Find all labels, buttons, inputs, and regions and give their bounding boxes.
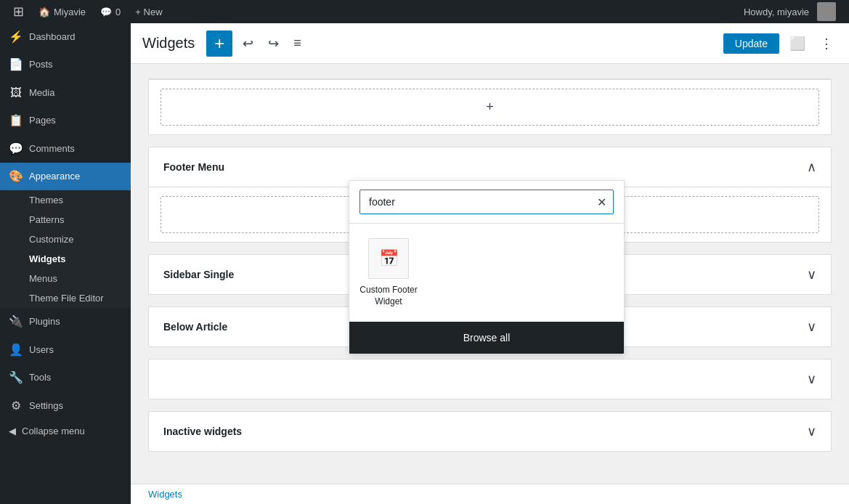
users-label: Users — [29, 344, 54, 357]
howdy-text: Howdy, miyavie — [744, 7, 809, 17]
wp-logo[interactable]: ⊞ — [6, 0, 31, 23]
search-input-wrap: ✕ — [349, 181, 624, 224]
add-block-above-btn[interactable]: + — [161, 89, 819, 126]
media-icon: 🖼 — [9, 85, 23, 101]
breadcrumb[interactable]: Widgets — [131, 484, 849, 504]
page-title: Widgets — [142, 35, 195, 52]
tools-icon: 🔧 — [9, 370, 23, 386]
pages-icon: 📋 — [9, 113, 23, 129]
sidebar-item-users[interactable]: 👤 Users — [0, 336, 131, 364]
comments-nav-label: Comments — [29, 142, 75, 155]
theme-file-editor-label: Theme File Editor — [29, 293, 104, 304]
footer-menu-title: Footer Menu — [163, 161, 224, 173]
plugins-label: Plugins — [29, 315, 60, 328]
home-icon: 🏠 — [38, 7, 50, 17]
submenu-theme-file-editor[interactable]: Theme File Editor — [0, 288, 131, 308]
update-button[interactable]: Update — [723, 33, 779, 54]
sidebar-collapse-button[interactable]: ◀ Collapse menu — [0, 420, 131, 442]
posts-icon: 📄 — [9, 57, 23, 73]
themes-label: Themes — [29, 195, 63, 206]
new-label: + New — [135, 7, 162, 17]
search-input[interactable] — [359, 190, 614, 214]
collapse-label: Collapse menu — [22, 426, 85, 436]
calendar-icon: 📅 — [379, 249, 399, 268]
submenu-menus[interactable]: Menus — [0, 269, 131, 288]
site-name-link[interactable]: 🏠 Miyavie — [31, 0, 93, 23]
customize-label: Customize — [29, 234, 73, 245]
site-name-label: Miyavie — [54, 7, 86, 17]
footer-menu-chevron-up: ∧ — [807, 159, 816, 175]
widget-section-extra: ∨ — [148, 359, 832, 399]
widgets-content[interactable]: + Footer Menu ∧ + Sidebar Single ∨ — [131, 64, 849, 484]
content-area: Widgets + ↩ ↪ ≡ Update ⬜ ⋮ + Footer Men — [131, 23, 849, 504]
sidebar-item-appearance[interactable]: 🎨 Appearance — [0, 163, 131, 190]
breadcrumb-label: Widgets — [148, 489, 182, 500]
widgets-sidebar-label: Widgets — [29, 253, 65, 264]
below-article-title: Below Article — [163, 321, 227, 333]
sidebar-item-plugins[interactable]: 🔌 Plugins — [0, 308, 131, 336]
settings-icon: ⚙ — [9, 398, 23, 414]
media-label: Media — [29, 86, 54, 99]
below-article-chevron: ∨ — [807, 319, 816, 335]
dashboard-label: Dashboard — [29, 31, 76, 44]
sidebar-toggle-button[interactable]: ⬜ — [785, 31, 810, 56]
posts-label: Posts — [29, 58, 53, 71]
search-popup: ✕ 📅 Custom Footer Widget Browse all — [349, 180, 625, 354]
sidebar-single-title: Sidebar Single — [163, 269, 234, 280]
widget-section-inactive: Inactive widgets ∨ — [148, 411, 832, 452]
sidebar-item-tools[interactable]: 🔧 Tools — [0, 364, 131, 391]
inactive-header[interactable]: Inactive widgets ∨ — [149, 412, 831, 451]
collapse-icon: ◀ — [9, 426, 16, 436]
search-results: 📅 Custom Footer Widget — [349, 224, 624, 322]
dashboard-icon: ⚡ — [9, 29, 23, 45]
more-options-button[interactable]: ⋮ — [816, 31, 837, 56]
extra-chevron: ∨ — [807, 371, 816, 387]
patterns-label: Patterns — [29, 214, 64, 225]
submenu-themes[interactable]: Themes — [0, 190, 131, 210]
menus-label: Menus — [29, 273, 57, 284]
tools-label: Tools — [29, 371, 51, 384]
redo-button[interactable]: ↪ — [264, 31, 283, 56]
custom-footer-icon: 📅 — [368, 238, 409, 279]
sidebar-item-settings[interactable]: ⚙ Settings — [0, 392, 131, 420]
sidebar-item-media[interactable]: 🖼 Media — [0, 79, 131, 107]
pages-label: Pages — [29, 114, 56, 127]
main-layout: ⚡ Dashboard 📄 Posts 🖼 Media 📋 Pages 💬 Co… — [0, 23, 849, 504]
search-clear-button[interactable]: ✕ — [596, 194, 608, 211]
comments-nav-icon: 💬 — [9, 141, 23, 157]
users-icon: 👤 — [9, 342, 23, 358]
widgets-header: Widgets + ↩ ↪ ≡ Update ⬜ ⋮ — [131, 23, 849, 64]
browse-all-button[interactable]: Browse all — [349, 322, 624, 354]
search-input-wrapper: ✕ — [359, 190, 614, 214]
comments-count: 0 — [115, 7, 121, 17]
settings-label: Settings — [29, 399, 63, 412]
submenu-widgets[interactable]: Widgets — [0, 249, 131, 269]
inactive-title: Inactive widgets — [163, 426, 242, 437]
sidebar-item-comments[interactable]: 💬 Comments — [0, 135, 131, 163]
sidebar-item-pages[interactable]: 📋 Pages — [0, 107, 131, 134]
add-block-button[interactable]: + — [206, 31, 232, 57]
wp-icon: ⊞ — [13, 4, 24, 20]
widget-card-custom-footer[interactable]: 📅 Custom Footer Widget — [359, 238, 418, 307]
list-view-button[interactable]: ≡ — [289, 31, 306, 55]
appearance-label: Appearance — [29, 170, 80, 183]
new-content-link[interactable]: + New — [128, 0, 169, 23]
sidebar: ⚡ Dashboard 📄 Posts 🖼 Media 📋 Pages 💬 Co… — [0, 23, 131, 504]
custom-footer-label: Custom Footer Widget — [359, 285, 418, 307]
sidebar-single-chevron: ∨ — [807, 267, 816, 283]
sidebar-item-posts[interactable]: 📄 Posts — [0, 51, 131, 78]
appearance-icon: 🎨 — [9, 168, 23, 184]
user-avatar — [817, 2, 836, 21]
above-section-body: + — [149, 79, 831, 134]
plugins-icon: 🔌 — [9, 314, 23, 330]
howdy-user[interactable]: Howdy, miyavie — [736, 0, 843, 23]
header-right: Update ⬜ ⋮ — [723, 31, 837, 56]
comments-link[interactable]: 💬 0 — [93, 0, 128, 23]
submenu-customize[interactable]: Customize — [0, 229, 131, 249]
extra-header[interactable]: ∨ — [149, 359, 831, 399]
comments-icon: 💬 — [100, 7, 112, 17]
sidebar-item-dashboard[interactable]: ⚡ Dashboard — [0, 23, 131, 51]
undo-button[interactable]: ↩ — [238, 31, 258, 56]
inactive-chevron: ∨ — [807, 423, 816, 439]
submenu-patterns[interactable]: Patterns — [0, 210, 131, 229]
